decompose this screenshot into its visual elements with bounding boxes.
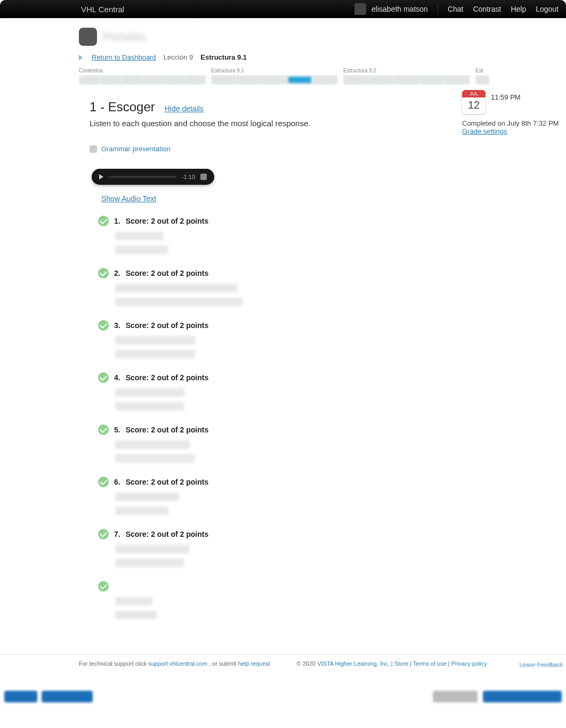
return-dashboard-link[interactable]: Return to Dashboard <box>92 53 156 61</box>
topbar: VHL Central elisabeth matson Chat Contra… <box>0 0 566 18</box>
avatar-icon <box>354 3 366 15</box>
question-number: 7. <box>114 530 120 538</box>
footer-text: © 2020 <box>296 660 317 667</box>
progress-label: Est <box>475 68 489 73</box>
structure-label: Estructura 9.1 <box>200 53 247 61</box>
correct-icon <box>98 424 109 435</box>
question-score-blur <box>114 582 194 591</box>
volume-icon[interactable] <box>200 174 207 180</box>
progress-strip: Contextos Estructura 9.1 Estructura 9.2 … <box>79 68 489 85</box>
toolbar-button[interactable] <box>433 691 478 702</box>
user-menu[interactable]: elisabeth matson <box>354 3 428 15</box>
answer-option[interactable] <box>115 545 190 553</box>
completed-text: Completed on July 8th 7:32 PM <box>462 119 566 127</box>
feedback-link[interactable]: Leave Feedback <box>520 661 563 668</box>
question-number: 4. <box>114 373 120 382</box>
contrast-link[interactable]: Contrast <box>473 5 501 13</box>
grammar-presentation-link[interactable]: Grammar presentation <box>90 145 443 153</box>
progress-group-92[interactable]: Estructura 9.2 <box>343 68 470 85</box>
lesson-label: Lección 9 <box>164 53 193 61</box>
book-icon <box>90 145 97 153</box>
answer-option[interactable] <box>115 454 195 463</box>
chat-link[interactable]: Chat <box>448 5 464 13</box>
progress-track <box>211 75 338 85</box>
due-time: 11:59 PM <box>491 90 521 101</box>
answer-option[interactable] <box>115 246 168 254</box>
answer-option[interactable] <box>115 336 195 345</box>
page-title: 1 - Escoger <box>90 100 155 114</box>
support-link[interactable]: support.vhlcentral.com <box>148 660 207 667</box>
terms-link[interactable]: Terms of use <box>413 660 447 667</box>
calendar-month: JUL <box>462 90 486 97</box>
calendar-icon: JUL 12 <box>462 90 486 114</box>
vista-link[interactable]: VISTA Higher Learning, Inc. <box>317 660 390 667</box>
footer: For technical support click support.vhlc… <box>0 655 566 673</box>
brand: VHL Central <box>7 5 124 14</box>
progress-track <box>79 75 206 85</box>
question-score: Score: 2 out of 2 points <box>126 426 209 434</box>
question-item: 6. Score: 2 out of 2 points <box>98 477 443 515</box>
correct-icon <box>98 581 109 592</box>
progress-label: Contextos <box>79 68 206 73</box>
back-icon <box>79 55 84 60</box>
audio-time-remaining: -1:10 <box>182 174 195 180</box>
hide-details-link[interactable]: Hide details <box>165 104 204 113</box>
calendar-day: 12 <box>462 97 486 114</box>
help-link[interactable]: Help <box>511 5 526 13</box>
correct-icon <box>98 372 109 383</box>
answer-option[interactable] <box>115 402 184 411</box>
progress-label: Estructura 9.2 <box>343 68 470 73</box>
footer-legal: © 2020 VISTA Higher Learning, Inc. | Sto… <box>296 660 487 667</box>
logout-link[interactable]: Logout <box>536 5 559 13</box>
question-number: 3. <box>114 321 120 330</box>
answer-option[interactable] <box>115 440 190 449</box>
question-score: Score: 2 out of 2 points <box>126 217 209 225</box>
question-item: 7. Score: 2 out of 2 points <box>98 529 443 567</box>
question-item: 1. Score: 2 out of 2 points <box>98 216 443 254</box>
progress-group-next[interactable]: Est <box>475 68 489 85</box>
answer-option[interactable] <box>115 298 243 306</box>
answer-option[interactable] <box>115 388 184 397</box>
store-link[interactable]: Store <box>394 660 408 667</box>
progress-track <box>475 75 489 85</box>
topbar-right: elisabeth matson Chat Contrast Help Logo… <box>354 3 559 15</box>
answer-option[interactable] <box>115 232 163 240</box>
progress-group-contextos[interactable]: Contextos <box>79 68 206 85</box>
breadcrumb: Return to Dashboard Lección 9 Estructura… <box>0 51 566 64</box>
footer-text: For technical support click <box>79 660 148 667</box>
user-name: elisabeth matson <box>371 5 428 13</box>
question-item: 5. Score: 2 out of 2 points <box>98 424 443 463</box>
correct-icon <box>98 268 109 279</box>
answer-option[interactable] <box>115 611 157 619</box>
toolbar-button[interactable] <box>4 691 37 702</box>
answer-option[interactable] <box>115 506 168 515</box>
answer-option[interactable] <box>115 597 152 606</box>
answer-option[interactable] <box>115 350 195 358</box>
answer-option[interactable] <box>115 493 179 501</box>
question-score: Score: 2 out of 2 points <box>126 373 209 382</box>
grade-settings-link[interactable]: Grade settings <box>462 127 507 135</box>
audio-progress-bar[interactable] <box>109 176 176 178</box>
question-number: 6. <box>114 478 120 486</box>
help-request-link[interactable]: help request <box>238 660 270 667</box>
activity-meta: JUL 12 11:59 PM Completed on July 8th 7:… <box>462 85 566 135</box>
product-icon <box>79 28 97 46</box>
product-name: Portales <box>103 31 145 43</box>
toolbar-button[interactable] <box>42 691 93 702</box>
play-icon[interactable] <box>99 174 103 179</box>
audio-player[interactable]: -1:10 <box>92 169 214 185</box>
show-audio-text-link[interactable]: Show Audio Text <box>101 194 156 203</box>
answer-option[interactable] <box>115 559 184 567</box>
progress-label: Estructura 9.1 <box>211 68 338 73</box>
correct-icon <box>98 216 109 226</box>
footer-text: , or submit <box>209 660 238 667</box>
question-item <box>98 581 443 619</box>
question-item: 4. Score: 2 out of 2 points <box>98 372 443 411</box>
question-score: Score: 2 out of 2 points <box>126 269 209 277</box>
answer-option[interactable] <box>115 284 238 292</box>
question-list: 1. Score: 2 out of 2 points 2. Score: 2 … <box>90 216 443 619</box>
toolbar-button-primary[interactable] <box>483 691 562 702</box>
question-number: 1. <box>114 217 120 225</box>
progress-group-91[interactable]: Estructura 9.1 <box>211 68 338 85</box>
privacy-link[interactable]: Privacy policy <box>451 660 487 667</box>
